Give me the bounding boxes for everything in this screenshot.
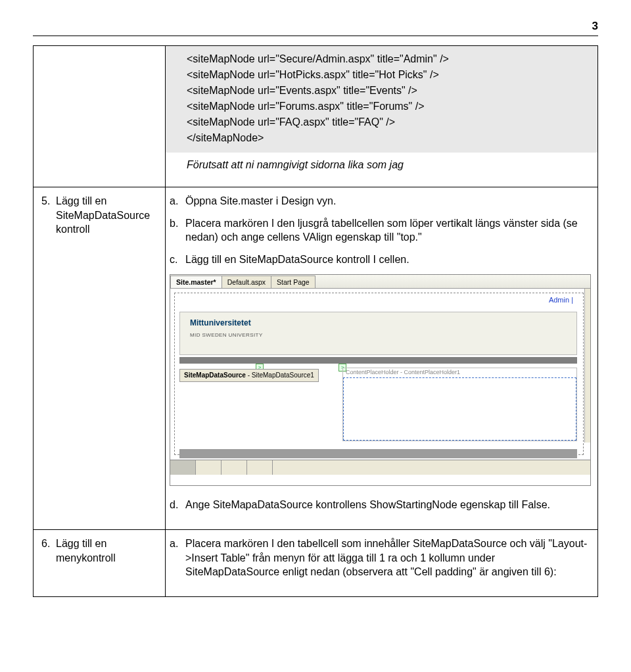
step-5d-marker: d. (170, 498, 185, 512)
note-italic: Förutsatt att ni namngivigt sidorna lika… (166, 153, 597, 187)
code-snippet: <siteMapNode url="Secure/Admin.aspx" tit… (166, 46, 597, 153)
empty-left-cell (34, 46, 165, 62)
editor-tabs: Site.master* Default.aspx Start Page (170, 275, 590, 289)
grey-strip (179, 357, 577, 364)
horizontal-rule (33, 36, 598, 36)
admin-link[interactable]: Admin | (549, 295, 573, 305)
step-5c-marker: c. (170, 252, 185, 267)
designer-screenshot: Site.master* Default.aspx Start Page Adm… (170, 274, 591, 486)
sitemap-tag-rest: - SiteMapDataSource1 (246, 372, 314, 379)
logo-sub: MID SWEDEN UNIVERSITY (190, 332, 263, 338)
tab-default-aspx[interactable]: Default.aspx (222, 276, 271, 288)
vertical-scrollbar[interactable] (584, 289, 590, 443)
step-5-title: Lägg till en SiteMapDataSource kontroll (56, 194, 158, 237)
status-seg (222, 460, 247, 475)
status-seg (247, 460, 273, 475)
step-5b-marker: b. (170, 216, 185, 245)
sitemap-datasource-tag[interactable]: SiteMapDataSource - SiteMapDataSource1 (179, 369, 319, 382)
logo: Mittuniversitetet MID SWEDEN UNIVERSITY (190, 318, 263, 339)
content-placeholder[interactable]: ContentPlaceHolder - ContentPlaceHolder1 (342, 368, 577, 441)
step-6-number: 6. (41, 537, 56, 565)
step-5d-text: Ange SiteMapaDataSource kontrollens Show… (185, 498, 550, 512)
footer-strip (179, 449, 577, 458)
page-number: 3 (33, 20, 598, 33)
step-6a-marker: a. (170, 537, 185, 579)
step-5c-text: Lägg till en SiteMapDataSource kontroll … (185, 252, 409, 267)
step-6-title: Lägg till en menykontroll (56, 537, 158, 565)
content-placeholder-selection (343, 377, 576, 441)
sitemap-tag-bold: SiteMapDataSource (184, 372, 246, 379)
step-5b-text: Placera markören I den ljusgrå tabellcel… (185, 216, 591, 245)
status-bar (170, 460, 590, 475)
status-seg (170, 460, 196, 475)
content-placeholder-label: ContentPlaceHolder - ContentPlaceHolder1 (346, 368, 460, 376)
tab-site-master[interactable]: Site.master* (170, 276, 222, 288)
logo-main: Mittuniversitetet (190, 318, 251, 327)
tab-start-page[interactable]: Start Page (271, 276, 316, 288)
step-5a-text: Öppna Site.master i Design vyn. (185, 194, 336, 208)
status-seg (196, 460, 222, 475)
step-5-number: 5. (41, 194, 56, 237)
step-6a-text: Placera markören I den tabellcell som in… (185, 537, 591, 579)
step-5a-marker: a. (170, 194, 185, 208)
